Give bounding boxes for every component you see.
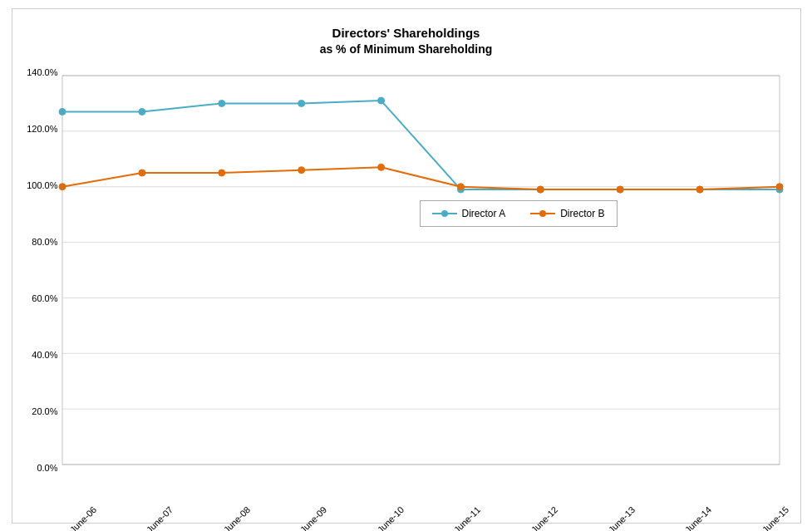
y-label: 20.0% bbox=[32, 406, 57, 416]
y-label: 140.0% bbox=[27, 67, 57, 77]
x-label: June-09 bbox=[298, 504, 329, 532]
y-label: 100.0% bbox=[27, 180, 57, 190]
svg-point-27 bbox=[138, 108, 145, 115]
x-label: June-10 bbox=[375, 504, 406, 532]
x-label: June-12 bbox=[529, 504, 560, 532]
y-label: 0.0% bbox=[37, 463, 57, 473]
title-line1: Directors' Shareholdings bbox=[12, 24, 800, 42]
svg-line-9 bbox=[141, 103, 221, 111]
y-label: 60.0% bbox=[32, 293, 57, 303]
legend-label-b: Director B bbox=[560, 208, 604, 219]
svg-line-17 bbox=[62, 173, 142, 187]
svg-line-19 bbox=[221, 170, 301, 172]
x-label: June-08 bbox=[221, 504, 252, 532]
svg-point-44 bbox=[696, 186, 703, 193]
y-label: 40.0% bbox=[32, 350, 57, 360]
legend-item-a: Director A bbox=[432, 208, 506, 219]
svg-point-37 bbox=[138, 170, 145, 176]
chart-title: Directors' Shareholdings as % of Minimum… bbox=[12, 9, 800, 58]
svg-point-43 bbox=[617, 186, 623, 193]
x-label: June-13 bbox=[606, 504, 637, 532]
svg-point-29 bbox=[298, 100, 304, 106]
svg-line-11 bbox=[301, 101, 381, 103]
legend-item-b: Director B bbox=[530, 208, 604, 219]
x-label: June-14 bbox=[683, 504, 714, 532]
chart-area bbox=[58, 67, 784, 473]
title-line2: as % of Minimum Shareholding bbox=[12, 42, 800, 58]
y-label: 80.0% bbox=[32, 237, 57, 247]
svg-point-40 bbox=[377, 164, 384, 170]
svg-point-42 bbox=[537, 186, 544, 193]
svg-point-41 bbox=[457, 183, 464, 189]
x-axis-labels: June-06June-07June-08June-09June-10June-… bbox=[58, 504, 784, 514]
x-label: June-11 bbox=[452, 504, 483, 532]
svg-point-30 bbox=[377, 97, 384, 104]
chart-container: Directors' Shareholdings as % of Minimum… bbox=[12, 8, 801, 524]
chart-svg bbox=[58, 67, 784, 473]
y-label: 120.0% bbox=[27, 124, 57, 134]
svg-line-20 bbox=[301, 167, 381, 170]
y-axis-labels: 140.0%120.0%100.0%80.0%60.0%40.0%20.0%0.… bbox=[17, 67, 58, 473]
svg-rect-46 bbox=[62, 76, 780, 465]
x-label: June-06 bbox=[67, 504, 98, 532]
x-label: June-07 bbox=[145, 504, 175, 532]
legend: Director A Director B bbox=[420, 200, 618, 227]
legend-label-a: Director A bbox=[462, 208, 506, 219]
x-label: June-15 bbox=[760, 504, 790, 532]
svg-point-28 bbox=[218, 100, 224, 106]
svg-point-38 bbox=[218, 170, 224, 176]
svg-point-39 bbox=[298, 166, 304, 173]
